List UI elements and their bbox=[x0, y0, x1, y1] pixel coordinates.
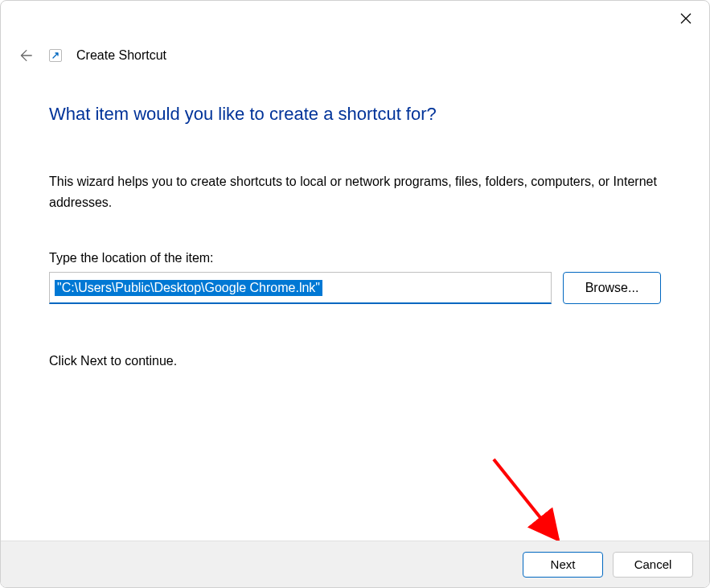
back-arrow-icon bbox=[16, 47, 34, 64]
svg-line-2 bbox=[494, 459, 558, 540]
location-input-value: "C:\Users\Public\Desktop\Google Chrome.l… bbox=[55, 280, 322, 296]
main-heading: What item would you like to create a sho… bbox=[49, 104, 661, 125]
shortcut-icon bbox=[49, 49, 62, 62]
cancel-button[interactable]: Cancel bbox=[613, 552, 693, 578]
continue-instruction: Click Next to continue. bbox=[49, 354, 661, 368]
location-label: Type the location of the item: bbox=[49, 251, 661, 265]
close-icon bbox=[680, 13, 692, 24]
titlebar bbox=[1, 1, 709, 35]
location-input[interactable]: "C:\Users\Public\Desktop\Google Chrome.l… bbox=[49, 272, 552, 304]
content-area: What item would you like to create a sho… bbox=[49, 104, 661, 368]
wizard-description: This wizard helps you to create shortcut… bbox=[49, 171, 661, 212]
input-row: "C:\Users\Public\Desktop\Google Chrome.l… bbox=[49, 272, 661, 304]
back-button[interactable] bbox=[15, 46, 35, 65]
browse-button[interactable]: Browse... bbox=[563, 272, 661, 304]
window-title: Create Shortcut bbox=[76, 48, 166, 63]
close-button[interactable] bbox=[667, 6, 704, 31]
next-button[interactable]: Next bbox=[523, 552, 603, 578]
header-row: Create Shortcut bbox=[15, 46, 166, 65]
footer-bar: Next Cancel bbox=[1, 541, 709, 587]
